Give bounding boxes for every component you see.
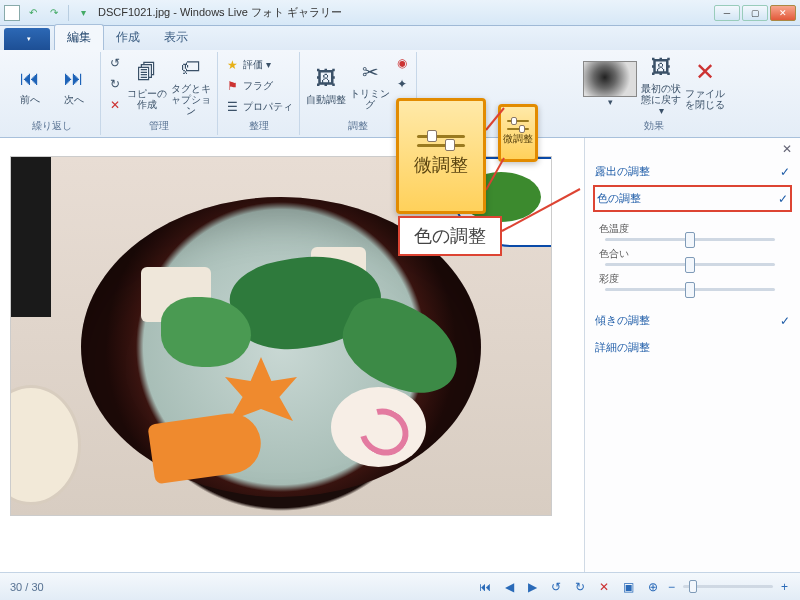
adjust-panel: ✕ 露出の調整 ✓ 色の調整 ✓ 色温度 色合い 彩度 傾きの調整	[584, 138, 800, 572]
flag-icon: ⚑	[224, 78, 240, 94]
close-file-icon: ✕	[691, 58, 719, 86]
revert-icon: 🖼	[647, 53, 675, 81]
slider-thumb[interactable]	[685, 232, 695, 248]
sliders-icon	[417, 135, 465, 147]
status-next-button[interactable]: ▶	[526, 580, 539, 594]
prev-button[interactable]: ⏮ 前へ	[10, 51, 50, 117]
retouch-button[interactable]: ✦	[394, 74, 410, 94]
auto-adjust-button[interactable]: 🖼 自動調整	[306, 51, 346, 117]
color-adjust-callout-label: 色の調整	[414, 226, 486, 246]
tag-caption-button[interactable]: 🏷 タグとキャプション	[171, 51, 211, 117]
slider-thumb[interactable]	[685, 257, 695, 273]
group-effects: ▾ 🖼 最初の状態に戻す ▾ ✕ ファイルを閉じる 効果	[577, 52, 731, 135]
effect-thumbnail	[583, 61, 637, 97]
properties-button[interactable]: ☰プロパティ	[224, 97, 293, 117]
group-organize: ★評価 ▾ ⚑フラグ ☰プロパティ 整理	[218, 52, 300, 135]
section-straighten-label: 傾きの調整	[595, 313, 650, 328]
effect-preset-button[interactable]: ▾	[583, 61, 637, 107]
close-file-button[interactable]: ✕ ファイルを閉じる	[685, 51, 725, 117]
redeye-button[interactable]: ◉	[394, 53, 410, 73]
close-file-label: ファイルを閉じる	[685, 88, 725, 110]
group-organize-label: 整理	[249, 119, 269, 133]
app-icon	[4, 5, 20, 21]
status-delete-button[interactable]: ✕	[597, 580, 611, 594]
fine-tune-callout-label: 微調整	[414, 153, 468, 177]
status-counter: 30 / 30	[10, 581, 44, 593]
zoom-slider[interactable]	[683, 585, 773, 588]
undo-icon[interactable]: ↶	[24, 4, 42, 22]
redeye-icon: ◉	[394, 55, 410, 71]
slider-thumb[interactable]	[685, 282, 695, 298]
callout-connector-2	[500, 183, 590, 243]
status-right: ⏮ ◀ ▶ ↺ ↻ ✕ ▣ ⊕ − +	[477, 580, 790, 594]
zoom-out-button[interactable]: −	[666, 580, 677, 594]
rotate-right-icon: ↻	[107, 76, 123, 92]
minimize-button[interactable]: ─	[714, 5, 740, 21]
rotate-left-button[interactable]: ↺	[107, 53, 123, 73]
title-bar: ↶ ↷ ▾ DSCF1021.jpg - Windows Live フォト ギャ…	[0, 0, 800, 26]
slider-tint: 色合い	[599, 247, 790, 266]
zoom-fit-button[interactable]: ⊕	[646, 580, 660, 594]
delete-button[interactable]: ✕	[107, 95, 123, 115]
revert-button[interactable]: 🖼 最初の状態に戻す ▾	[641, 51, 681, 117]
section-color[interactable]: 色の調整 ✓	[593, 185, 792, 212]
rotate-right-button[interactable]: ↻	[107, 74, 123, 94]
auto-adjust-icon: 🖼	[312, 64, 340, 92]
next-button[interactable]: ⏭ 次へ	[54, 51, 94, 117]
crop-button[interactable]: ✂ トリミング	[350, 51, 390, 117]
window-title: DSCF1021.jpg - Windows Live フォト ギャラリー	[98, 5, 714, 20]
status-rotate-left-button[interactable]: ↺	[549, 580, 563, 594]
delete-icon: ✕	[107, 97, 123, 113]
retouch-icon: ✦	[394, 76, 410, 92]
status-prev-button[interactable]: ◀	[503, 580, 516, 594]
rating-button[interactable]: ★評価 ▾	[224, 55, 293, 75]
status-rotate-right-button[interactable]: ↻	[573, 580, 587, 594]
slider-tint-track[interactable]	[605, 263, 775, 266]
group-effects-label: 効果	[644, 119, 664, 133]
rotate-left-icon: ↺	[107, 55, 123, 71]
separator	[68, 5, 69, 21]
svg-line-2	[502, 189, 580, 231]
color-adjust-callout: 色の調整	[398, 216, 502, 256]
flag-button[interactable]: ⚑フラグ	[224, 76, 293, 96]
section-straighten[interactable]: 傾きの調整 ✓	[593, 307, 792, 334]
check-icon: ✓	[780, 165, 790, 179]
slider-saturation: 彩度	[599, 272, 790, 291]
title-filename: DSCF1021.jpg	[98, 6, 170, 18]
next-icon: ⏭	[60, 64, 88, 92]
tab-edit[interactable]: 編集	[54, 24, 104, 50]
file-menu-button[interactable]	[4, 28, 50, 50]
redo-icon[interactable]: ↷	[45, 4, 63, 22]
title-separator: -	[173, 6, 180, 18]
tab-view[interactable]: 表示	[152, 25, 200, 50]
slider-saturation-track[interactable]	[605, 288, 775, 291]
make-copy-label: コピーの作成	[127, 88, 167, 110]
check-icon: ✓	[778, 192, 788, 206]
tag-caption-label: タグとキャプション	[171, 83, 211, 116]
photo-detail	[331, 387, 426, 467]
group-navigation: ⏮ 前へ ⏭ 次へ 繰り返し	[4, 52, 101, 135]
maximize-button[interactable]: ▢	[742, 5, 768, 21]
check-icon: ✓	[780, 314, 790, 328]
make-copy-button[interactable]: 🗐 コピーの作成	[127, 51, 167, 117]
auto-adjust-label: 自動調整	[306, 94, 346, 105]
group-manage: ↺ ↻ ✕ 🗐 コピーの作成 🏷 タグとキャプション 管理	[101, 52, 218, 135]
qat-dropdown-icon[interactable]: ▾	[74, 4, 92, 22]
section-detail[interactable]: 詳細の調整	[593, 334, 792, 361]
close-button[interactable]: ✕	[770, 5, 796, 21]
svg-line-0	[486, 108, 504, 130]
slider-temperature-track[interactable]	[605, 238, 775, 241]
status-first-button[interactable]: ⏮	[477, 580, 493, 594]
group-manage-label: 管理	[149, 119, 169, 133]
zoom-in-button[interactable]: +	[779, 580, 790, 594]
copy-icon: 🗐	[133, 58, 161, 86]
star-icon: ★	[224, 57, 240, 73]
window-controls: ─ ▢ ✕	[714, 5, 796, 21]
section-exposure[interactable]: 露出の調整 ✓	[593, 158, 792, 185]
color-sliders: 色温度 色合い 彩度	[593, 212, 792, 307]
section-color-label: 色の調整	[597, 191, 641, 206]
panel-close-button[interactable]: ✕	[782, 142, 792, 156]
tab-create[interactable]: 作成	[104, 25, 152, 50]
zoom-thumb[interactable]	[689, 580, 697, 593]
status-slideshow-button[interactable]: ▣	[621, 580, 636, 594]
